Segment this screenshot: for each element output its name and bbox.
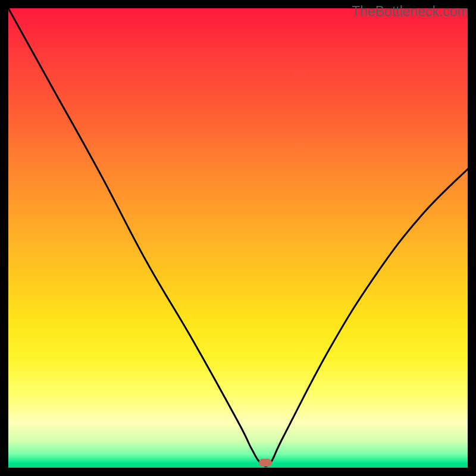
optimal-marker xyxy=(259,459,272,466)
watermark-text: TheBottleneck.com xyxy=(352,4,469,20)
chart-frame: TheBottleneck.com xyxy=(0,0,476,476)
plot-area xyxy=(8,8,468,468)
bottleneck-curve xyxy=(8,8,468,468)
